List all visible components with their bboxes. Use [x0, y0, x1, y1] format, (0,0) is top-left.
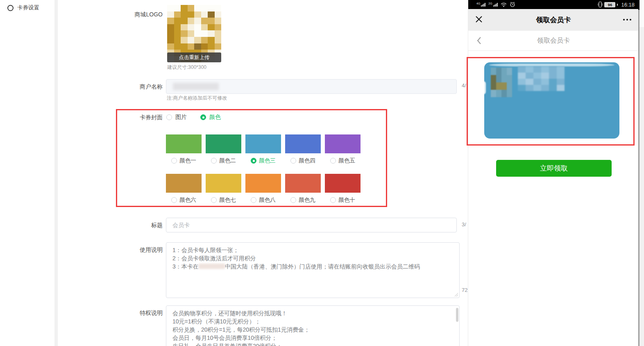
mosaic-cell	[188, 24, 195, 31]
mosaic-cell	[496, 75, 501, 82]
color-option[interactable]: 颜色四	[285, 134, 321, 164]
mosaic-cell	[181, 30, 188, 37]
mosaic-cell	[518, 85, 526, 91]
background-window-sliver	[639, 0, 644, 346]
more-menu-icon[interactable]	[623, 19, 631, 20]
color-swatch[interactable]	[245, 134, 281, 153]
color-radio-row: 颜色九	[285, 196, 321, 204]
sidebar-item-card-settings[interactable]: 卡券设置	[7, 4, 39, 11]
mosaic-cell	[167, 37, 174, 43]
mosaic-cell	[549, 85, 557, 91]
color-swatch[interactable]	[285, 174, 321, 193]
merchant-name-input[interactable]	[166, 79, 457, 94]
sidebar-item-label: 卡券设置	[17, 4, 39, 11]
color-swatch[interactable]	[285, 134, 321, 153]
mosaic-cell	[208, 11, 215, 18]
color-option[interactable]: 颜色九	[285, 174, 321, 204]
textarea-scrollbar-thumb[interactable]	[456, 308, 458, 322]
mosaic-cell	[518, 66, 526, 73]
radio-icon[interactable]	[171, 158, 177, 164]
radio-icon[interactable]	[171, 197, 177, 203]
usage-field-label: 使用说明	[123, 246, 163, 254]
radio-icon[interactable]	[166, 114, 172, 120]
mosaic-cell	[194, 11, 201, 18]
mosaic-cell	[491, 82, 496, 90]
usage-line3-prefix: 3：本卡在	[172, 263, 199, 270]
privilege-textarea[interactable]: 会员购物享积分，还可随时使用积分抵现哦！10元=1积分（不满10元无积分）；积分…	[166, 305, 460, 346]
mosaic-cell	[167, 18, 174, 24]
phone-navbar: 领取会员卡	[468, 9, 639, 31]
mosaic-cell	[541, 79, 549, 85]
mosaic-cell	[215, 37, 222, 43]
color-swatch[interactable]	[325, 174, 361, 193]
mosaic-cell	[518, 79, 526, 85]
mosaic-cell	[174, 30, 181, 37]
mosaic-cell	[491, 68, 496, 75]
color-option-label: 颜色三	[259, 157, 276, 164]
color-swatch[interactable]	[166, 174, 202, 193]
color-radio-row: 颜色六	[166, 196, 202, 204]
color-option[interactable]: 颜色八	[245, 174, 281, 204]
mosaic-cell	[167, 43, 174, 50]
radio-icon[interactable]	[251, 158, 256, 164]
phone-preview: 4G 2G	[468, 0, 639, 346]
mosaic-cell	[557, 85, 565, 91]
color-option[interactable]: 颜色十	[325, 174, 361, 204]
card-logo-pixelated	[491, 68, 512, 97]
mosaic-cell	[526, 79, 533, 85]
battery-icon: 96	[604, 2, 615, 7]
radio-icon[interactable]	[211, 197, 217, 203]
signal-2g-icon: 2G	[488, 3, 497, 7]
claim-now-button[interactable]: 立即领取	[496, 160, 612, 177]
cover-type-label: 颜色	[209, 114, 221, 121]
cover-type-options: 图片颜色	[166, 114, 221, 121]
usage-text: 1：会员卡每人限领一张；2：会员卡领取激活后才可用积分3：本卡在中国大陆（香港、…	[172, 246, 456, 271]
cover-type-label: 图片	[175, 114, 187, 121]
textarea-resize-handle[interactable]	[454, 292, 458, 296]
reupload-button[interactable]: 点击重新上传	[167, 52, 221, 62]
wifi-icon	[501, 2, 507, 7]
color-option[interactable]: 颜色七	[206, 174, 241, 204]
mosaic-cell	[174, 11, 181, 18]
mosaic-cell	[181, 43, 188, 50]
mosaic-cell	[194, 43, 201, 50]
color-option[interactable]: 颜色三	[245, 134, 281, 164]
merchant-char-counter: 4/	[462, 82, 466, 89]
color-option[interactable]: 颜色六	[166, 174, 202, 204]
cover-type-option[interactable]: 图片	[166, 114, 187, 121]
color-swatch[interactable]	[206, 134, 241, 153]
color-option[interactable]: 颜色二	[206, 134, 241, 164]
mosaic-cell	[491, 75, 496, 82]
radio-icon[interactable]	[200, 114, 206, 120]
card-title-input[interactable]: 会员卡	[166, 218, 457, 232]
color-option-label: 颜色一	[179, 157, 196, 164]
color-option-label: 颜色四	[299, 157, 315, 164]
cover-type-option[interactable]: 颜色	[200, 114, 221, 121]
color-swatches: 颜色一颜色二颜色三颜色四颜色五颜色六颜色七颜色八颜色九颜色十	[166, 134, 365, 213]
color-radio-row: 颜色一	[166, 157, 202, 164]
color-swatch[interactable]	[325, 134, 361, 153]
privilege-line: 会员日，每月10号会员消费享10倍积分；	[172, 334, 456, 342]
usage-textarea[interactable]: 1：会员卡每人限领一张；2：会员卡领取激活后才可用积分3：本卡在中国大陆（香港、…	[166, 242, 460, 298]
mosaic-cell	[557, 79, 565, 85]
color-swatch[interactable]	[206, 174, 241, 193]
radio-icon[interactable]	[290, 197, 296, 203]
mosaic-cell	[208, 30, 215, 37]
privilege-line: 积分兑换，20积分=1元，每20积分可抵扣1元消费金；	[172, 326, 456, 334]
mosaic-cell	[188, 11, 195, 18]
mosaic-cell	[496, 90, 501, 97]
radio-icon[interactable]	[330, 197, 336, 203]
color-radio-row: 颜色三	[245, 157, 281, 164]
mosaic-cell	[167, 11, 174, 18]
color-option[interactable]: 颜色五	[325, 134, 361, 164]
color-swatch[interactable]	[245, 174, 281, 193]
color-swatch[interactable]	[166, 134, 202, 153]
logo-upload-preview[interactable]: 点击重新上传	[167, 5, 221, 62]
mosaic-cell	[507, 68, 512, 75]
radio-icon[interactable]	[290, 158, 296, 164]
color-option[interactable]: 颜色一	[166, 134, 202, 164]
mosaic-cell	[507, 82, 512, 90]
radio-icon[interactable]	[211, 158, 217, 164]
radio-icon[interactable]	[251, 197, 256, 203]
radio-icon[interactable]	[330, 158, 336, 164]
